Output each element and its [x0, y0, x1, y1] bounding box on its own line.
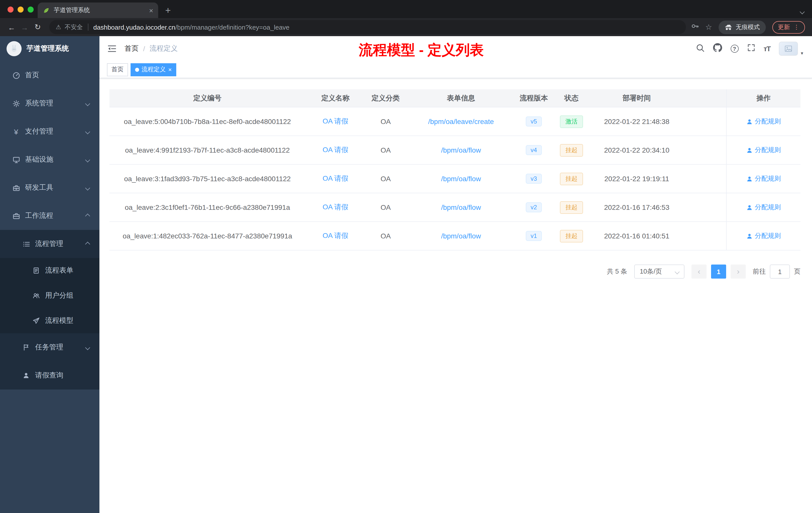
sidebar-item-process-form[interactable]: 流程表单 [0, 258, 99, 283]
password-key-icon[interactable] [691, 22, 699, 32]
definition-name-link[interactable]: OA 请假 [323, 232, 348, 240]
version-badge[interactable]: v4 [525, 145, 542, 155]
assign-rule-button[interactable]: 分配规则 [746, 232, 781, 240]
definition-name-link[interactable]: OA 请假 [323, 174, 348, 183]
sidebar-item-system[interactable]: 系统管理 [0, 89, 99, 117]
form-link[interactable]: /bpm/oa/flow [441, 203, 481, 211]
top-navbar: 首页 / 流程定义 流程模型 - 定义列表 ? тT ▼ [99, 36, 812, 61]
sidebar-item-leave-query[interactable]: 请假查询 [0, 361, 99, 390]
sidebar-item-label: 研发工具 [25, 183, 53, 192]
next-page-button[interactable]: › [731, 265, 746, 279]
sidebar: 芋道管理系统 首页 系统管理 ¥ 支付管理 [0, 36, 99, 513]
github-icon[interactable] [713, 43, 722, 54]
update-label: 更新 [778, 23, 790, 31]
assign-rule-button[interactable]: 分配规则 [746, 117, 781, 126]
definition-id: oa_leave:4:991f2193-7b7f-11ec-a3c8-acde4… [110, 136, 305, 164]
help-icon[interactable]: ? [730, 45, 738, 53]
tab-close-icon[interactable]: × [149, 7, 153, 14]
back-button[interactable]: ← [5, 23, 18, 31]
sidebar-item-label: 基础设施 [25, 155, 53, 164]
navbar-actions: ? тT ▼ [696, 42, 804, 56]
sidebar-item-home[interactable]: 首页 [0, 61, 99, 89]
breadcrumb-home[interactable]: 首页 [124, 44, 139, 53]
definition-name-link[interactable]: OA 请假 [323, 117, 348, 126]
page-size-value: 10条/页 [640, 267, 662, 276]
form-link[interactable]: /bpm/oa/flow [441, 175, 481, 183]
browser-menu-dots-icon[interactable]: ⋮ [793, 24, 800, 31]
user-avatar-menu[interactable]: ▼ [779, 42, 804, 56]
page-url: dashboard.yudao.iocoder.cn/bpm/manager/d… [93, 23, 290, 31]
sidebar-item-payment[interactable]: ¥ 支付管理 [0, 117, 99, 146]
definition-name-link[interactable]: OA 请假 [323, 146, 348, 155]
current-page-button[interactable]: 1 [711, 265, 726, 279]
user-icon [22, 371, 30, 380]
reload-button[interactable]: ↻ [31, 23, 44, 32]
version-badge[interactable]: v2 [525, 202, 542, 212]
favicon-leaf-icon [43, 7, 50, 14]
sidebar-item-label: 支付管理 [25, 127, 53, 136]
version-badge[interactable]: v5 [525, 117, 542, 126]
incognito-label: 无痕模式 [736, 23, 760, 31]
column-header: 表单信息 [406, 89, 516, 107]
page-size-select[interactable]: 10条/页 [634, 265, 685, 279]
sidebar-item-label: 流程管理 [35, 239, 63, 248]
sidebar-item-label: 流程模型 [45, 316, 73, 325]
sidebar-item-infrastructure[interactable]: 基础设施 [0, 146, 99, 174]
column-header: 定义分类 [366, 89, 406, 107]
app-title: 芋道管理系统 [27, 44, 69, 53]
assign-rule-button[interactable]: 分配规则 [746, 203, 781, 212]
sidebar-item-process-management[interactable]: 流程管理 [0, 230, 99, 258]
sidebar-logo: 芋道管理系统 [0, 36, 99, 61]
sidebar-collapse-icon[interactable] [108, 44, 116, 53]
assign-rule-button[interactable]: 分配规则 [746, 174, 781, 183]
definition-table: 定义编号 定义名称 定义分类 表单信息 流程版本 状态 部署时间 操作 oa_l… [110, 89, 801, 250]
fullscreen-icon[interactable] [747, 44, 755, 54]
sidebar-item-process-model[interactable]: 流程模型 [0, 308, 99, 333]
sidebar-item-devtools[interactable]: 研发工具 [0, 174, 99, 202]
avatar[interactable] [779, 42, 798, 56]
form-link[interactable]: /bpm/oa/flow [441, 146, 481, 154]
status-badge: 激活 [560, 115, 583, 128]
bookmark-star-icon[interactable]: ☆ [705, 23, 712, 32]
tag-close-icon[interactable]: × [168, 66, 172, 72]
sidebar-item-task-management[interactable]: 任务管理 [0, 333, 99, 361]
tag-process-definition[interactable]: 流程定义 × [130, 63, 176, 76]
url-path: /bpm/manager/definition?key=oa_leave [175, 23, 290, 31]
paper-plane-icon [32, 317, 40, 325]
new-tab-button[interactable]: + [165, 5, 171, 15]
definition-name-link[interactable]: OA 请假 [323, 203, 348, 212]
chevron-down-icon [85, 185, 90, 190]
chevron-down-icon [85, 345, 90, 350]
window-controls [7, 6, 34, 12]
forward-button[interactable]: → [18, 23, 31, 31]
search-icon[interactable] [696, 43, 704, 54]
prev-page-button[interactable]: ‹ [692, 265, 706, 279]
tag-home[interactable]: 首页 [107, 63, 128, 76]
sidebar-item-user-groups[interactable]: 用户分组 [0, 283, 99, 308]
browser-tab[interactable]: 芋道管理系统 × [38, 2, 158, 18]
minimize-window-button[interactable] [18, 6, 24, 12]
update-chip[interactable]: 更新 ⋮ [772, 21, 805, 33]
tag-label: 流程定义 [142, 65, 166, 74]
form-link[interactable]: /bpm/oa/leave/create [428, 117, 494, 125]
goto-page-input[interactable] [770, 265, 790, 279]
pager-buttons: ‹ 1 › [692, 265, 746, 279]
address-bar[interactable]: ⚠ 不安全 dashboard.yudao.iocoder.cn/bpm/man… [49, 20, 686, 34]
assign-rule-button[interactable]: 分配规则 [746, 146, 781, 155]
font-size-icon[interactable]: тT [763, 45, 770, 53]
sidebar-item-label: 用户分组 [45, 291, 73, 300]
definition-category: OA [366, 222, 406, 250]
definition-id: oa_leave:5:004b710b-7b8a-11ec-8ef0-acde4… [110, 108, 305, 135]
zoom-window-button[interactable] [28, 6, 34, 12]
form-link[interactable]: /bpm/oa/flow [441, 232, 481, 240]
version-badge[interactable]: v1 [525, 231, 542, 241]
incognito-icon [725, 23, 732, 31]
url-separator [88, 24, 88, 31]
sidebar-item-workflow[interactable]: 工作流程 [0, 202, 99, 230]
version-badge[interactable]: v3 [525, 174, 542, 184]
toolbox-icon [12, 184, 20, 192]
cell-spacer [682, 136, 726, 164]
column-header: 流程版本 [516, 89, 551, 107]
tab-search-icon[interactable] [801, 6, 804, 16]
close-window-button[interactable] [7, 6, 13, 12]
